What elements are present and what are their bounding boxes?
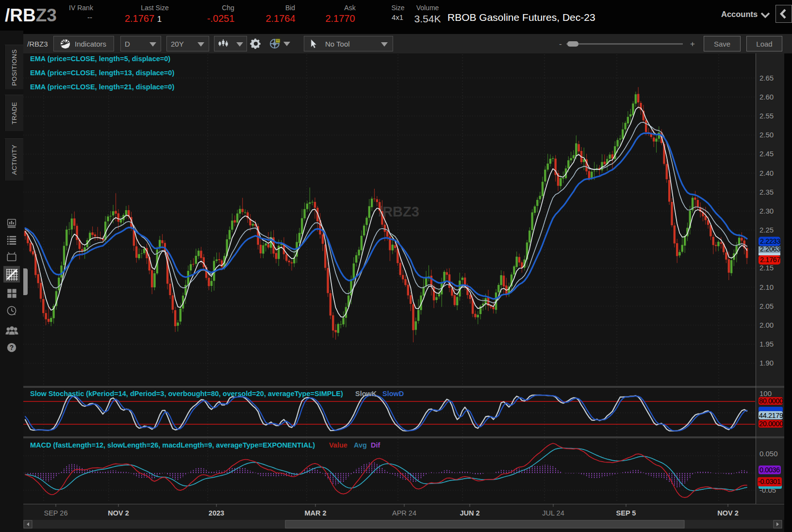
svg-text:Avg: Avg (354, 441, 367, 449)
svg-text:2.40: 2.40 (759, 169, 774, 177)
svg-text:2.65: 2.65 (759, 74, 774, 82)
svg-text:MAR 2: MAR 2 (304, 509, 326, 517)
svg-text:Slow Stochastic (kPeriod=14, d: Slow Stochastic (kPeriod=14, dPeriod=3, … (30, 390, 343, 398)
svg-text:1.90: 1.90 (759, 359, 774, 367)
svg-text:2.45: 2.45 (759, 150, 774, 158)
svg-text:JUN 2: JUN 2 (460, 509, 479, 517)
svg-text:2.10: 2.10 (759, 283, 774, 291)
svg-text:JUL 24: JUL 24 (542, 509, 564, 517)
svg-text:44.2179: 44.2179 (759, 412, 783, 419)
svg-text:20.0000: 20.0000 (759, 420, 783, 428)
svg-text:Dif: Dif (371, 441, 380, 449)
svg-text:2.30: 2.30 (759, 207, 774, 215)
svg-text:EMA (price=CLOSE, length=5, di: EMA (price=CLOSE, length=5, displace=0) (30, 55, 170, 63)
svg-text:NOV 2: NOV 2 (108, 509, 129, 517)
svg-text:1.95: 1.95 (759, 340, 774, 348)
svg-text:2.1767: 2.1767 (760, 256, 780, 264)
svg-text:2.60: 2.60 (759, 93, 774, 101)
svg-text:2.05: 2.05 (759, 302, 774, 310)
svg-text:100: 100 (759, 389, 772, 398)
svg-text:Value: Value (329, 441, 347, 449)
svg-text:?: ? (10, 344, 14, 351)
svg-text:2.50: 2.50 (759, 131, 774, 139)
svg-text:80.0000: 80.0000 (759, 397, 783, 405)
svg-text:2.55: 2.55 (759, 112, 774, 120)
svg-text:2023: 2023 (209, 509, 224, 517)
svg-text:APR 24: APR 24 (392, 509, 416, 517)
svg-text:SEP 26: SEP 26 (44, 509, 68, 517)
svg-text:2.2233: 2.2233 (760, 237, 780, 245)
svg-text:SEP 5: SEP 5 (616, 509, 636, 517)
svg-text:-0.0301: -0.0301 (758, 478, 781, 485)
svg-text:2.15: 2.15 (759, 264, 774, 272)
svg-text:SlowK: SlowK (355, 390, 377, 398)
svg-text:EMA (price=CLOSE, length=13, d: EMA (price=CLOSE, length=13, displace=0) (30, 69, 174, 77)
svg-text:EMA (price=CLOSE, length=21, d: EMA (price=CLOSE, length=21, displace=0) (30, 83, 174, 91)
svg-text:2.25: 2.25 (759, 226, 774, 234)
svg-text:0.050: 0.050 (759, 449, 778, 458)
svg-text:SlowD: SlowD (382, 390, 404, 398)
svg-text:2.00: 2.00 (759, 321, 774, 329)
svg-text:0.0036: 0.0036 (759, 466, 780, 474)
svg-text:2.35: 2.35 (759, 188, 774, 196)
svg-text:NOV 2: NOV 2 (717, 509, 739, 517)
svg-text:MACD (fastLength=12, slowLengt: MACD (fastLength=12, slowLength=26, macd… (30, 441, 315, 449)
